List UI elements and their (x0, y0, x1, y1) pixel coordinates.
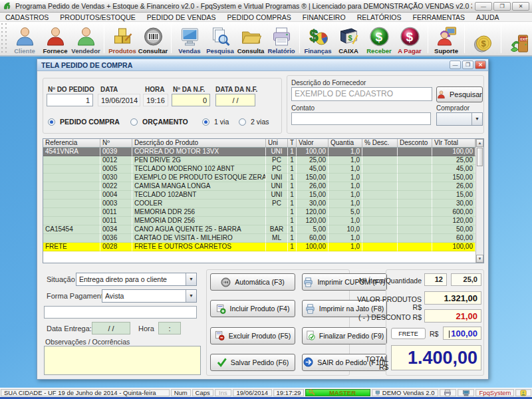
data-entrega-field[interactable]: / / (92, 322, 130, 334)
toolbar-vendas-button[interactable]: Vendas (174, 22, 205, 55)
radio-2vias[interactable]: 2 vias (239, 118, 269, 126)
radio-1via[interactable]: 1 via (202, 118, 229, 126)
toolbar-vendedor-button[interactable]: Vendedor (70, 22, 101, 55)
column-header[interactable]: Nº (100, 139, 132, 148)
search-supplier-button[interactable]: Pesquisar (436, 86, 483, 102)
column-header[interactable]: Desconto (398, 139, 432, 148)
column-header[interactable]: Descrição do Produto (132, 139, 266, 148)
table-row[interactable]: 0012PEN DRIVE 2GPC125,001,025,00 (43, 156, 475, 165)
table-row[interactable]: 0022CAMISA MANGA LONGAUNI126,001,026,00 (43, 182, 475, 191)
dialog-minimize-button[interactable]: — (450, 61, 461, 69)
table-cell: BAR (266, 225, 288, 234)
restore-button[interactable]: ❐ (493, 2, 511, 11)
table-cell: UNI (266, 174, 288, 182)
radio-1via-dot[interactable] (202, 118, 209, 126)
toolbar-a-pagar-button[interactable]: $A Pagar (394, 22, 425, 55)
toolbar-separator (501, 24, 501, 53)
table-row[interactable]: 4541VNRA0039CORREA DO MOTOR 13VXUNI1100,… (43, 148, 475, 156)
autom-tica-f3-button[interactable]: Automática (F3) (210, 273, 295, 291)
radio-pedido-compra-dot[interactable] (48, 118, 55, 126)
menu-item-5[interactable]: RELATÓRIOS (357, 13, 402, 21)
payment-extra-field[interactable] (44, 306, 197, 319)
menu-item-7[interactable]: AJUDA (476, 13, 499, 21)
dialog-title-bar[interactable]: TELA PEDIDO DE COMPRA — ❐ ✕ (37, 59, 488, 71)
finalizar-pedido-f9-button[interactable]: Finalizar Pedido (F9) (302, 327, 387, 344)
column-header[interactable]: Quantia (329, 139, 362, 148)
toolbar-finanças-button[interactable]: $Finanças (303, 22, 333, 55)
toolbar-consulta-button[interactable]: Consulta (235, 22, 266, 55)
invoice-date-field[interactable]: / / (215, 94, 255, 106)
minimize-button[interactable]: — (475, 2, 492, 11)
table-row[interactable]: 0003COOLERPC130,001,030,00 (43, 200, 475, 208)
radio-2vias-dot[interactable] (239, 118, 246, 126)
toolbar-separator (299, 24, 300, 53)
table-cell: 1 (288, 148, 297, 156)
salvar-pedido-f6-button[interactable]: Salvar Pedido (F6) (210, 354, 295, 371)
table-row[interactable]: FRETE0028FRETE E OUTROS CARRETOS1100,001… (43, 243, 475, 251)
menu-item-0[interactable]: CADASTROS (5, 13, 49, 21)
table-cell (43, 174, 100, 182)
table-cell: 30,00 (297, 200, 329, 208)
column-header[interactable]: T (288, 139, 297, 148)
table-row[interactable]: 0011MEMÓRIA DDR 2561120,005,0600,00 (43, 208, 475, 217)
toolbar-caixa-button[interactable]: $CAIXA (333, 22, 364, 55)
support-icon (436, 26, 458, 47)
menu-item-1[interactable]: PRODUTOS/ESTOQUE (60, 13, 135, 21)
table-row[interactable]: 0005TECLADO MODERNO 102 ABNTPC145,001,04… (43, 165, 475, 174)
table-row[interactable]: 0036CARTAO DE VISITA - MILHEIROML160,001… (43, 234, 475, 243)
radio-orcamento[interactable]: ORÇAMENTO (130, 118, 188, 126)
menu-item-4[interactable]: FINANCEIRO (303, 13, 346, 21)
radio-pedido-compra[interactable]: PEDIDO COMPRA (48, 118, 120, 126)
situacao-combo-arrow-icon[interactable]: ▼ (186, 273, 196, 285)
toolbar-suporte-button[interactable]: Suporte (431, 22, 462, 55)
incluir-produto-f4-button[interactable]: Incluir Produto (F4) (210, 300, 295, 317)
column-header[interactable]: Valor (297, 139, 329, 148)
frete-value-box[interactable]: 100,00 (443, 327, 481, 340)
toolbar-consultar-button[interactable]: Consultar (138, 22, 168, 55)
hora-entrega-field[interactable]: : (158, 322, 181, 334)
menu-item-2[interactable]: PEDIDO DE VENDAS (147, 13, 216, 21)
buyer-combo-arrow-icon[interactable]: ▼ (471, 113, 482, 125)
grid-scrollbar[interactable]: ▲ ▼ (475, 139, 483, 263)
column-header[interactable]: Uni (266, 139, 288, 148)
table-cell: 0036 (100, 234, 132, 243)
column-header[interactable]: Vlr Total (432, 139, 475, 148)
toolbar-exit-door-icon-button[interactable]: EXIT (504, 22, 532, 55)
forma-combo-arrow-icon[interactable]: ▼ (186, 290, 196, 302)
table-row[interactable]: 0030EXEMPLO DE PRODUTO ESTOQUE ZERADOUNI… (43, 174, 475, 182)
toolbar-fornece-button[interactable]: Fornece (40, 22, 70, 55)
scroll-down-icon[interactable]: ▼ (476, 255, 483, 263)
table-row[interactable]: 0011MEMÓRIA DDR 2561120,001,0120,00 (43, 217, 475, 225)
toolbar-pesquisa-button[interactable]: Pesquisa (205, 22, 235, 55)
radio-orcamento-dot[interactable] (130, 118, 138, 126)
toolbar-cliente-button[interactable]: Cliente (9, 22, 40, 55)
invoice-number-label: Nº DA N.F. (173, 86, 205, 93)
close-button[interactable]: ✕ (512, 2, 529, 11)
table-cell (362, 243, 398, 251)
column-header[interactable]: Referencia (43, 139, 100, 148)
frete-button[interactable]: FRETE (391, 328, 426, 339)
observacoes-textarea[interactable] (44, 346, 201, 375)
supplier-desc-field[interactable]: EXEMPLO DE CADASTRO (291, 87, 432, 101)
dialog-maximize-button[interactable]: ❐ (462, 61, 473, 69)
excluir-produto-f5-button[interactable]: Excluir Produto (F5) (210, 327, 295, 344)
toolbar-receber-button[interactable]: $Receber (364, 22, 394, 55)
scroll-thumb[interactable] (477, 148, 483, 166)
menu-item-3[interactable]: PEDIDO COMPRAS (227, 13, 291, 21)
dialog-close-button[interactable]: ✕ (475, 61, 486, 69)
buyer-combo[interactable]: ▼ (436, 112, 483, 126)
situacao-combo[interactable]: Entrega direto para o cliente ▼ (76, 273, 197, 286)
table-row[interactable]: CA154540034CANO AGUA QUENTE 25 - BARRABA… (43, 225, 475, 234)
table-row[interactable]: 0004TECLADO 102ABNTUNI115,001,015,00 (43, 191, 475, 200)
contact-field[interactable] (291, 112, 431, 125)
toolbar-produtos-button[interactable]: Produtos (107, 22, 138, 55)
scroll-up-icon[interactable]: ▲ (476, 139, 483, 147)
invoice-number-field[interactable]: 0 (172, 94, 210, 106)
menu-item-6[interactable]: FERRAMENTAS (413, 13, 466, 21)
toolbar-coin-icon-button[interactable]: $ (467, 22, 498, 55)
order-number-field[interactable]: 1 (47, 94, 93, 106)
toolbar-relatório-button[interactable]: Relatório (266, 22, 297, 55)
forma-pagamento-combo[interactable]: Avista ▼ (102, 289, 197, 303)
column-header[interactable]: % Desc. (362, 139, 398, 148)
status-bar: SUA CIDADE - UF 19 de Junho de 2014 - Qu… (0, 388, 532, 397)
